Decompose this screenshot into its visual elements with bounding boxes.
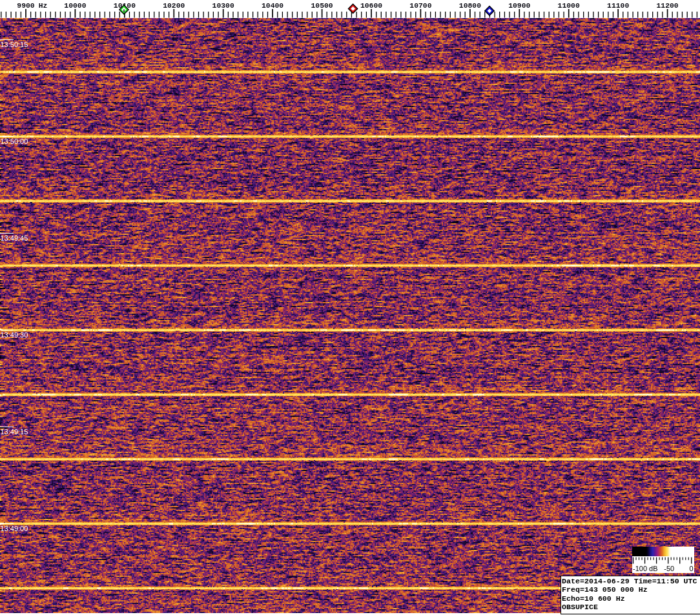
svg-text:9900: 9900 xyxy=(17,2,35,10)
svg-text:0: 0 xyxy=(689,565,693,572)
svg-text:10500: 10500 xyxy=(311,2,333,10)
svg-text:11200: 11200 xyxy=(657,2,679,10)
svg-text:11100: 11100 xyxy=(607,2,629,10)
svg-text:Hz: Hz xyxy=(39,2,48,10)
svg-text:10300: 10300 xyxy=(212,2,234,10)
svg-text:10400: 10400 xyxy=(262,2,283,10)
svg-text:-100 dB: -100 dB xyxy=(633,565,658,572)
svg-text:10600: 10600 xyxy=(360,2,382,10)
svg-text:11000: 11000 xyxy=(558,2,580,10)
svg-text:10700: 10700 xyxy=(409,2,431,10)
svg-text:10900: 10900 xyxy=(508,2,530,10)
svg-text:10000: 10000 xyxy=(64,2,86,10)
svg-text:-50: -50 xyxy=(664,565,674,572)
svg-text:10200: 10200 xyxy=(163,2,185,10)
svg-text:10800: 10800 xyxy=(459,2,481,10)
